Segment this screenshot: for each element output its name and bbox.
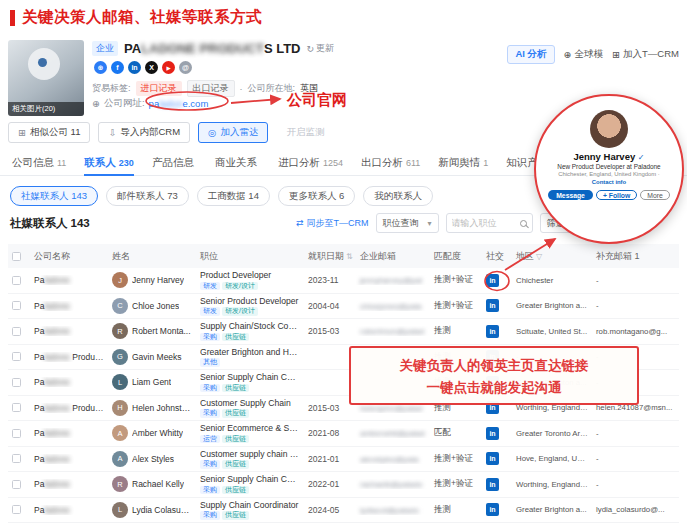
linkedin-icon[interactable]: in bbox=[128, 61, 141, 74]
avatar: C bbox=[112, 298, 128, 314]
position-query-select[interactable]: 职位查询 ▾ bbox=[376, 213, 439, 233]
table-row[interactable]: Paladone RRobert Monta... Supply Chain/S… bbox=[8, 319, 679, 345]
col-header-company: 公司名称 bbox=[30, 250, 108, 263]
youtube-icon[interactable]: ▶ bbox=[162, 61, 175, 74]
avatar: L bbox=[112, 374, 128, 390]
profile-name: Jenny Harvey ✓ bbox=[573, 151, 644, 162]
tab-export-analysis[interactable]: 出口分析611 bbox=[361, 150, 420, 176]
import-crm-button[interactable]: ⇩ 导入内部CRM bbox=[98, 122, 190, 143]
row-checkbox[interactable] bbox=[12, 276, 21, 285]
row-checkbox[interactable] bbox=[12, 352, 21, 361]
export-records-tag[interactable]: 出口记录 bbox=[187, 80, 235, 97]
sync-to-crm-toggle[interactable]: ⇄ 同步至T—CRM bbox=[296, 217, 369, 230]
website-url-link[interactable]: paladone.com bbox=[149, 98, 209, 109]
chip-more-contacts[interactable]: 更多联系人 6 bbox=[278, 186, 355, 206]
search-icon[interactable] bbox=[520, 220, 527, 227]
col-header-region: 地区▽ bbox=[512, 250, 592, 263]
refresh-button[interactable]: ↻ 更新 bbox=[306, 42, 334, 55]
website-icon[interactable]: ⊕ bbox=[94, 61, 107, 74]
website-row: ⊕ 公司网址: paladone.com bbox=[92, 97, 208, 110]
linkedin-icon[interactable]: in bbox=[486, 452, 499, 465]
similar-companies-button[interactable]: ⊞ 相似公司 11 bbox=[8, 122, 90, 143]
table-row[interactable]: Paladone AAlex Styles Customer supply ch… bbox=[8, 447, 679, 473]
linkedin-icon[interactable]: in bbox=[486, 325, 499, 338]
company-name-prefix: PA bbox=[124, 41, 141, 56]
row-checkbox[interactable] bbox=[12, 480, 21, 489]
refresh-icon: ↻ bbox=[306, 44, 314, 54]
row-checkbox[interactable] bbox=[12, 403, 21, 412]
message-button[interactable]: Message bbox=[548, 190, 593, 200]
follow-button[interactable]: + Follow bbox=[596, 190, 637, 200]
linkedin-icon[interactable]: in bbox=[486, 503, 499, 516]
start-monitoring-button[interactable]: 开启监测 bbox=[276, 122, 334, 143]
tab-import-analysis[interactable]: 进口分析1254 bbox=[278, 150, 343, 176]
more-button[interactable]: More bbox=[640, 190, 670, 200]
row-checkbox[interactable] bbox=[12, 505, 21, 514]
tab-business-relations[interactable]: 商业关系 bbox=[215, 150, 260, 176]
table-row[interactable]: Paladone CChloe Jones Senior Product Dev… bbox=[8, 294, 679, 320]
tab-news[interactable]: 新闻舆情1 bbox=[438, 150, 488, 176]
grid-icon: ⊞ bbox=[612, 49, 620, 60]
email-icon[interactable]: @ bbox=[179, 61, 192, 74]
chip-my-contacts[interactable]: 我的联系人 bbox=[363, 186, 433, 206]
globe-icon: ⊕ bbox=[564, 49, 572, 60]
table-row[interactable]: Paladone AAmber Whitty Senior Ecommerce … bbox=[8, 421, 679, 447]
section-title: 社媒联系人143 bbox=[10, 216, 90, 231]
verified-icon: ✓ bbox=[638, 153, 645, 162]
filter-icon[interactable]: ▽ bbox=[536, 252, 542, 261]
ai-analysis-button[interactable]: AI 分析 bbox=[507, 45, 554, 64]
col-header-match: 匹配度 bbox=[430, 250, 482, 263]
select-all-checkbox[interactable] bbox=[12, 252, 21, 261]
chip-email-contacts[interactable]: 邮件联系人 73 bbox=[106, 186, 189, 206]
title-accent-bar bbox=[10, 10, 15, 26]
trade-tags-row: 贸易标签: 进口记录 出口记录 · 公司所在地: 英国 bbox=[92, 80, 318, 97]
chip-registry-data[interactable]: 工商数据 14 bbox=[197, 186, 270, 206]
annotation-line1: 关键负责人的领英主页直达链接 bbox=[351, 355, 637, 377]
company-website-callout: 公司官网 bbox=[287, 91, 347, 110]
avatar: J bbox=[112, 272, 128, 288]
tab-company-info[interactable]: 公司信息11 bbox=[12, 150, 66, 176]
avatar: H bbox=[112, 400, 128, 416]
company-photo-thumbnail[interactable]: 相关图片(20) bbox=[8, 40, 84, 116]
add-to-radar-button[interactable]: ◎ 加入雷达 bbox=[198, 122, 268, 143]
chevron-down-icon: ▾ bbox=[428, 219, 432, 228]
table-row[interactable]: Paladone LLydia Colasurdo Supply Chain C… bbox=[8, 498, 679, 523]
globe-icon: ⊕ bbox=[92, 98, 100, 109]
tab-products[interactable]: 产品信息 bbox=[152, 150, 197, 176]
row-checkbox[interactable] bbox=[12, 429, 21, 438]
profile-avatar bbox=[590, 110, 628, 148]
row-checkbox[interactable] bbox=[12, 301, 21, 310]
position-search-input[interactable] bbox=[452, 218, 516, 228]
join-tcrm-button[interactable]: ⊞ 加入T—CRM bbox=[612, 48, 679, 61]
table-row[interactable]: Paladone RRachael Kelly Senior Supply Ch… bbox=[8, 472, 679, 498]
related-images-caption[interactable]: 相关图片(20) bbox=[8, 102, 84, 116]
table-row[interactable]: Paladone JJenny Harvey Product Developer… bbox=[8, 268, 679, 294]
grid-icon: ⊞ bbox=[18, 127, 26, 138]
facebook-icon[interactable]: f bbox=[111, 61, 124, 74]
red-arrow-company-site bbox=[231, 99, 280, 103]
table-header: 公司名称 姓名 职位 就职日期⇅ 企业邮箱 匹配度 社交 地区▽ 补充邮箱 1 bbox=[8, 244, 679, 268]
linkedin-icon[interactable]: in bbox=[486, 274, 499, 287]
chip-social-contacts[interactable]: 社媒联系人 143 bbox=[10, 186, 98, 206]
company-name: PALADONE PRODUCTS LTD bbox=[124, 41, 300, 56]
avatar: R bbox=[112, 323, 128, 339]
position-search-box bbox=[446, 213, 533, 233]
global-mode-button[interactable]: ⊕ 全球模 bbox=[564, 48, 603, 61]
row-checkbox[interactable] bbox=[12, 327, 21, 336]
action-buttons-row: ⊞ 相似公司 11 ⇩ 导入内部CRM ◎ 加入雷达 开启监测 bbox=[8, 122, 334, 143]
linkedin-icon[interactable]: in bbox=[486, 427, 499, 440]
import-records-tag[interactable]: 进口记录 bbox=[136, 81, 182, 96]
row-checkbox[interactable] bbox=[12, 378, 21, 387]
linkedin-icon[interactable]: in bbox=[486, 478, 499, 491]
contact-info-link[interactable]: Contact info bbox=[592, 179, 626, 185]
col-header-date: 就职日期⇅ bbox=[304, 250, 356, 263]
avatar: A bbox=[112, 425, 128, 441]
x-twitter-icon[interactable]: X bbox=[145, 61, 158, 74]
row-checkbox[interactable] bbox=[12, 454, 21, 463]
col-header-position: 职位 bbox=[196, 250, 304, 263]
linkedin-icon[interactable]: in bbox=[486, 299, 499, 312]
tab-contacts[interactable]: 联系人230 bbox=[84, 150, 134, 176]
page-title-text: 关键决策人邮箱、社媒等联系方式 bbox=[22, 7, 262, 28]
radar-icon: ◎ bbox=[208, 127, 216, 138]
sort-icon[interactable]: ⇅ bbox=[346, 252, 353, 261]
